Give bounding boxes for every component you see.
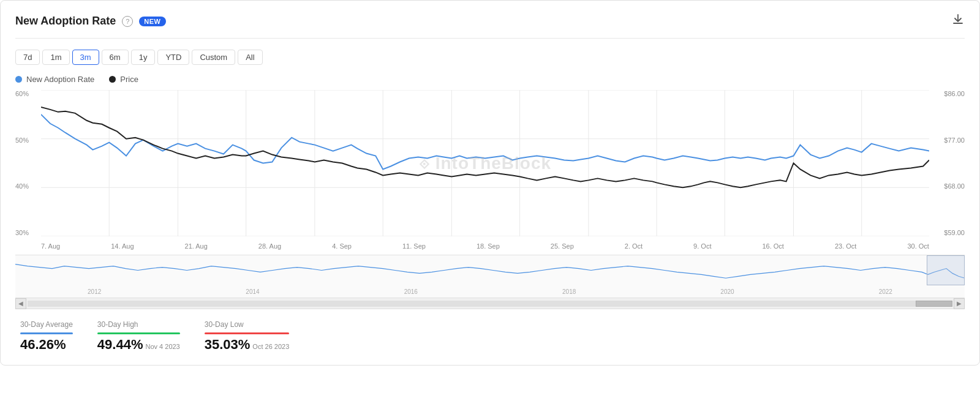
y-right-1: $77.00 [944,137,965,144]
y-left-3: 30% [15,229,40,236]
scroll-track[interactable] [28,301,952,307]
filter-6m[interactable]: 6m [102,50,129,65]
x-label-8: 2. Oct [625,242,643,250]
x-label-1: 14. Aug [111,242,134,250]
stat-low-label: 30-Day Low [205,320,290,329]
scroll-thumb[interactable] [916,301,952,307]
mini-chart-svg [15,255,965,285]
stat-low-date: Oct 26 2023 [252,343,289,350]
stat-30day-avg: 30-Day Average 46.26% [20,320,73,353]
stat-avg-value: 46.26% [20,337,73,353]
mini-x-2018: 2018 [562,288,576,295]
mini-x-2022: 2022 [879,288,892,295]
x-label-3: 28. Aug [258,242,281,250]
mini-x-axis: 2012 2014 2016 2018 2020 2022 [15,285,965,298]
chart-svg-area: ⟐ IntoTheBlock [41,90,929,236]
mini-adoption-line [15,264,965,279]
adoption-rate-line [41,114,929,170]
x-label-11: 23. Oct [835,242,856,250]
header: New Adoption Rate ? NEW [15,13,965,39]
scrollbar[interactable]: ◀ ▶ [15,298,965,309]
mini-x-2012: 2012 [88,288,101,295]
x-label-6: 18. Sep [477,242,500,250]
x-axis: 7. Aug 14. Aug 21. Aug 28. Aug 4. Sep 11… [41,238,929,255]
stat-30day-high: 30-Day High 49.44%Nov 4 2023 [97,320,180,353]
stat-high-label: 30-Day High [97,320,180,329]
x-label-12: 30. Oct [907,242,929,250]
legend-adoption: New Adoption Rate [15,75,94,84]
x-label-9: 9. Oct [693,242,711,250]
x-label-0: 7. Aug [41,242,60,250]
legend-dot-dark [109,76,116,83]
download-icon[interactable] [951,13,965,29]
page-title: New Adoption Rate [15,15,116,28]
stats-section: 30-Day Average 46.26% 30-Day High 49.44%… [15,309,965,353]
x-label-2: 21. Aug [185,242,208,250]
help-icon[interactable]: ? [122,16,133,27]
x-label-5: 11. Sep [402,242,426,250]
scroll-right-arrow[interactable]: ▶ [954,298,965,309]
header-left: New Adoption Rate ? NEW [15,15,166,28]
filter-7d[interactable]: 7d [15,50,40,65]
y-right-3: $59.00 [944,229,965,236]
time-filter-group: 7d 1m 3m 6m 1y YTD Custom All [15,50,965,65]
stat-low-underline [205,332,290,334]
x-label-10: 16. Oct [762,242,783,250]
y-axis-right: $86.00 $77.00 $68.00 $59.00 [931,90,965,236]
y-axis-left: 60% 50% 40% 30% [15,90,40,236]
legend-label-adoption: New Adoption Rate [26,75,94,84]
stat-avg-label: 30-Day Average [20,320,73,329]
chart-wrapper: 60% 50% 40% 30% $86.00 $77.00 $68.00 $59… [15,90,965,309]
scroll-selection[interactable] [927,255,965,285]
legend: New Adoption Rate Price [15,75,965,84]
x-label-4: 4. Sep [332,242,352,250]
stat-avg-underline [20,332,73,334]
filter-custom[interactable]: Custom [192,50,235,65]
y-left-1: 50% [15,137,40,144]
y-left-0: 60% [15,90,40,97]
filter-1m[interactable]: 1m [42,50,69,65]
y-right-0: $86.00 [944,90,965,97]
stat-30day-low: 30-Day Low 35.03%Oct 26 2023 [205,320,290,353]
scroll-left-arrow[interactable]: ◀ [15,298,26,309]
stat-high-value: 49.44%Nov 4 2023 [97,337,180,353]
stat-high-underline [97,332,180,334]
y-right-2: $68.00 [944,182,965,190]
new-badge: NEW [139,17,165,26]
main-chart: 60% 50% 40% 30% $86.00 $77.00 $68.00 $59… [15,90,965,255]
legend-label-price: Price [120,75,138,84]
filter-all[interactable]: All [238,50,262,65]
legend-dot-blue [15,76,22,83]
mini-chart-container: 2012 2014 2016 2018 2020 2022 [15,255,965,298]
filter-ytd[interactable]: YTD [157,50,189,65]
filter-3m[interactable]: 3m [72,50,99,65]
mini-x-2014: 2014 [246,288,259,295]
y-left-2: 40% [15,182,40,190]
filter-1y[interactable]: 1y [131,50,156,65]
mini-x-2020: 2020 [720,288,734,295]
price-line [41,107,929,187]
stat-low-value: 35.03%Oct 26 2023 [205,337,290,353]
x-label-7: 25. Sep [551,242,574,250]
mini-x-2016: 2016 [404,288,418,295]
main-container: New Adoption Rate ? NEW 7d 1m 3m 6m 1y Y… [0,0,980,366]
stat-high-date: Nov 4 2023 [145,343,179,350]
mini-chart-svg-area [15,255,965,285]
legend-price: Price [109,75,138,84]
main-chart-svg [41,90,929,236]
